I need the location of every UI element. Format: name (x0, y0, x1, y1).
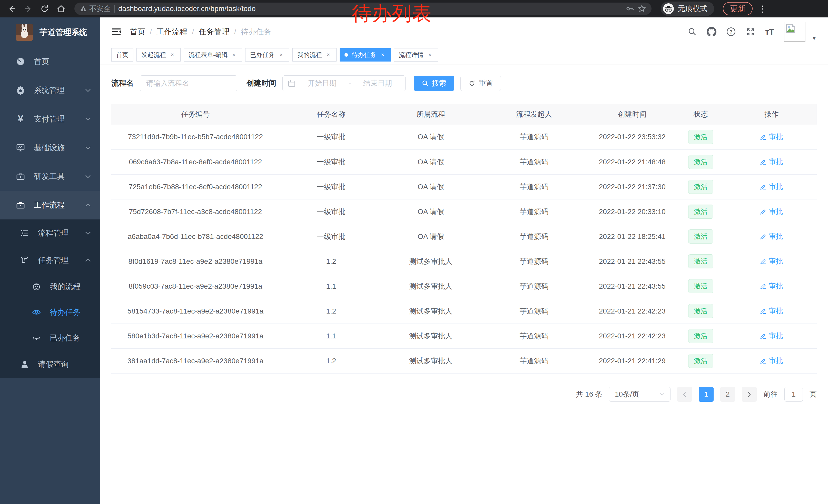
approve-button[interactable]: 审批 (760, 281, 783, 291)
close-icon[interactable]: × (278, 51, 285, 58)
close-icon[interactable]: × (426, 51, 433, 58)
sidebar-item-devtools[interactable]: 研发工具 (0, 162, 100, 191)
create-time-label: 创建时间 (247, 78, 276, 88)
browser-menu-icon[interactable]: ⋮ (758, 4, 767, 14)
bookmark-star-icon[interactable] (638, 5, 646, 13)
approve-button[interactable]: 审批 (760, 256, 783, 266)
app-logo-row[interactable]: 芋道管理系统 (0, 17, 100, 47)
cell-starter: 芋道源码 (479, 125, 589, 149)
approve-button[interactable]: 审批 (760, 207, 783, 216)
close-icon[interactable]: × (231, 51, 237, 58)
goto-page-input[interactable] (784, 387, 803, 402)
approve-button[interactable]: 审批 (760, 132, 783, 142)
column-header-process: 所属流程 (383, 104, 479, 125)
cell-task-id: 58154733-7ac8-11ec-a9e2-a2380e71991a (111, 299, 280, 324)
status-badge: 激活 (688, 304, 713, 318)
key-icon[interactable] (626, 5, 634, 13)
process-name-input[interactable] (140, 75, 237, 91)
security-warning[interactable]: 不安全 (80, 4, 111, 13)
reset-button[interactable]: 重置 (460, 76, 501, 91)
todo-task-table: 任务编号 任务名称 所属流程 流程发起人 创建时间 状态 操作 73211d9d… (111, 104, 817, 373)
table-row: 725a1eb6-7b88-11ec-8ef0-acde48001122 一级审… (111, 174, 817, 199)
date-range-picker[interactable]: 开始日期 - 结束日期 (282, 75, 406, 91)
process-list-icon (19, 229, 30, 237)
approve-button[interactable]: 审批 (760, 231, 783, 241)
cell-process: OA 请假 (383, 125, 479, 149)
approve-button[interactable]: 审批 (760, 356, 783, 366)
approve-button[interactable]: 审批 (760, 331, 783, 341)
svg-text:?: ? (730, 29, 733, 35)
browser-update-button[interactable]: 更新 (723, 2, 753, 15)
close-icon[interactable]: × (169, 51, 176, 58)
browser-home-icon[interactable] (54, 2, 68, 16)
sidebar-item-todo-tasks[interactable]: 待办任务 (0, 300, 100, 325)
avatar[interactable] (784, 22, 805, 42)
cell-process: 测试多审批人 (383, 299, 479, 324)
column-header-starter: 流程发起人 (479, 104, 589, 125)
pencil-icon (760, 158, 767, 165)
browser-forward-icon[interactable] (21, 2, 35, 16)
search-icon[interactable] (688, 27, 697, 36)
tab-process-detail[interactable]: 流程详情× (394, 48, 438, 61)
status-badge: 激活 (688, 180, 713, 194)
sidebar-item-system[interactable]: 系统管理 (0, 76, 100, 104)
close-icon[interactable]: × (325, 51, 332, 58)
tab-todo-tasks[interactable]: 待办任务× (340, 48, 391, 61)
browser-back-icon[interactable] (5, 2, 19, 16)
table-row: 580e1b3d-7ac8-11ec-a9e2-a2380e71991a 1.1… (111, 324, 817, 349)
table-row: a6aba0a4-7b6d-11ec-b781-acde48001122 一级审… (111, 224, 817, 249)
approve-button[interactable]: 审批 (760, 306, 783, 316)
breadcrumb-home[interactable]: 首页 (130, 27, 145, 37)
face-icon (31, 282, 42, 291)
page-button-1[interactable]: 1 (699, 387, 714, 402)
close-icon[interactable]: × (379, 51, 386, 58)
sidebar-toggle-icon[interactable] (111, 28, 121, 36)
cell-starter: 芋道源码 (479, 249, 589, 274)
sidebar-menu: 首页 系统管理 ¥ 支付管理 基础设施 (0, 47, 100, 378)
cell-task-name: 一级审批 (280, 149, 383, 174)
sidebar-item-done-tasks[interactable]: 已办任务 (0, 325, 100, 351)
page-button-2[interactable]: 2 (720, 387, 735, 402)
sidebar-item-infra[interactable]: 基础设施 (0, 133, 100, 162)
sidebar-item-process-mgmt[interactable]: 流程管理 (0, 220, 100, 246)
cell-task-name: 1.2 (280, 349, 383, 373)
github-icon[interactable] (707, 27, 716, 37)
search-button[interactable]: 搜索 (414, 76, 454, 91)
table-body: 73211d9d-7b9b-11ec-b5b7-acde48001122 一级审… (111, 125, 817, 373)
approve-button[interactable]: 审批 (760, 182, 783, 191)
tab-my-process[interactable]: 我的流程× (292, 48, 336, 61)
fullscreen-icon[interactable] (746, 27, 755, 37)
tab-form-edit[interactable]: 流程表单-编辑× (184, 48, 242, 61)
page-unit: 页 (810, 390, 817, 399)
user-icon (19, 360, 30, 369)
sidebar-item-home[interactable]: 首页 (0, 47, 100, 76)
page-size-select[interactable]: 10条/页 (609, 387, 670, 402)
cell-created: 2022-01-21 22:42:23 (589, 299, 675, 324)
cell-task-id: 381aa1dd-7ac8-11ec-a9e2-a2380e71991a (111, 349, 280, 373)
column-header-created: 创建时间 (589, 104, 675, 125)
sidebar-item-payment[interactable]: ¥ 支付管理 (0, 104, 100, 133)
cell-starter: 芋道源码 (479, 149, 589, 174)
sidebar-item-leave-query[interactable]: 请假查询 (0, 351, 100, 378)
cell-process: OA 请假 (383, 224, 479, 249)
breadcrumb-workflow[interactable]: 工作流程 (157, 27, 187, 37)
sidebar-item-task-mgmt[interactable]: 任务管理 (0, 246, 100, 274)
browser-reload-icon[interactable] (37, 2, 52, 16)
approve-button[interactable]: 审批 (760, 157, 783, 167)
avatar-caret-icon[interactable]: ▼ (812, 35, 817, 41)
tab-start-process[interactable]: 发起流程× (136, 48, 180, 61)
help-icon[interactable]: ? (726, 27, 736, 37)
status-badge: 激活 (688, 329, 713, 343)
font-size-icon[interactable]: ᴛT (765, 27, 774, 37)
tab-home[interactable]: 首页 (111, 48, 133, 61)
cell-process: 测试多审批人 (383, 249, 479, 274)
pencil-icon (760, 283, 767, 289)
next-page-button[interactable] (742, 387, 757, 402)
sidebar-item-my-process[interactable]: 我的流程 (0, 274, 100, 300)
calendar-icon (288, 80, 295, 87)
prev-page-button[interactable] (677, 387, 692, 402)
navbar-actions: ? ᴛT ▼ (688, 22, 817, 42)
sidebar-item-workflow[interactable]: 工作流程 (0, 191, 100, 220)
tab-done-tasks[interactable]: 已办任务× (245, 48, 289, 61)
breadcrumb-task-mgmt[interactable]: 任务管理 (199, 27, 230, 37)
